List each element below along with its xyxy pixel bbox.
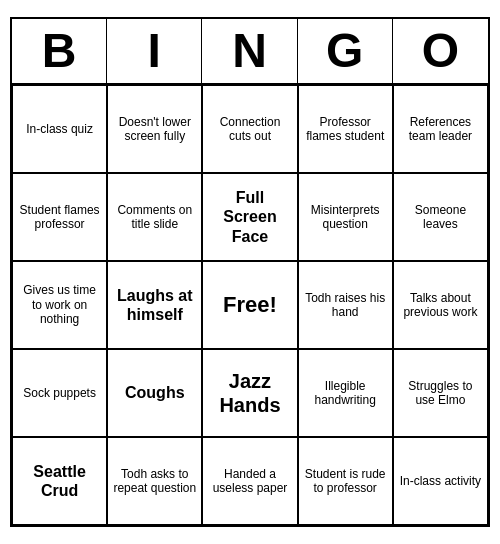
bingo-cell-13: Todh raises his hand (298, 261, 393, 349)
bingo-cell-21: Todh asks to repeat question (107, 437, 202, 525)
bingo-grid: In-class quizDoesn't lower screen fullyC… (12, 85, 488, 525)
bingo-header: BINGO (12, 19, 488, 85)
bingo-cell-11: Laughs at himself (107, 261, 202, 349)
bingo-letter-n: N (202, 19, 297, 83)
bingo-cell-4: References team leader (393, 85, 488, 173)
bingo-cell-23: Student is rude to professor (298, 437, 393, 525)
bingo-cell-3: Professor flames student (298, 85, 393, 173)
bingo-cell-18: Illegible handwriting (298, 349, 393, 437)
bingo-cell-15: Sock puppets (12, 349, 107, 437)
bingo-cell-22: Handed a useless paper (202, 437, 297, 525)
bingo-cell-16: Coughs (107, 349, 202, 437)
bingo-cell-1: Doesn't lower screen fully (107, 85, 202, 173)
bingo-cell-0: In-class quiz (12, 85, 107, 173)
bingo-letter-b: B (12, 19, 107, 83)
bingo-cell-12: Free! (202, 261, 297, 349)
bingo-cell-6: Comments on title slide (107, 173, 202, 261)
bingo-cell-17: Jazz Hands (202, 349, 297, 437)
bingo-cell-20: Seattle Crud (12, 437, 107, 525)
bingo-letter-o: O (393, 19, 488, 83)
bingo-cell-8: Misinterprets question (298, 173, 393, 261)
bingo-letter-i: I (107, 19, 202, 83)
bingo-cell-24: In-class activity (393, 437, 488, 525)
bingo-cell-2: Connection cuts out (202, 85, 297, 173)
bingo-cell-7: Full Screen Face (202, 173, 297, 261)
bingo-cell-5: Student flames professor (12, 173, 107, 261)
bingo-card: BINGO In-class quizDoesn't lower screen … (10, 17, 490, 527)
bingo-cell-14: Talks about previous work (393, 261, 488, 349)
bingo-cell-19: Struggles to use Elmo (393, 349, 488, 437)
bingo-cell-10: Gives us time to work on nothing (12, 261, 107, 349)
bingo-letter-g: G (298, 19, 393, 83)
bingo-cell-9: Someone leaves (393, 173, 488, 261)
